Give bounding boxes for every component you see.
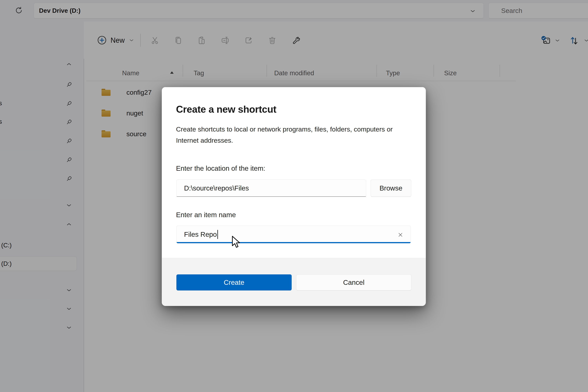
browse-button[interactable]: Browse [371,180,411,197]
cancel-button[interactable]: Cancel [296,274,412,290]
location-input[interactable]: D:\source\repos\Files [176,180,366,197]
create-shortcut-dialog: Create a new shortcut Create shortcuts t… [162,87,426,306]
browse-button-label: Browse [380,184,402,192]
dialog-description: Create shortcuts to local or network pro… [176,124,408,146]
location-value: D:\source\repos\Files [184,184,249,192]
input-underline [176,196,366,197]
clear-x-icon [397,232,404,238]
text-caret [217,230,218,239]
create-button-label: Create [224,278,244,286]
focus-accent-underline [176,242,410,243]
item-name-label: Enter an item name [176,211,236,219]
item-name-input[interactable]: Files Repo [176,226,411,243]
cancel-button-label: Cancel [343,278,364,286]
item-name-value: Files Repo [184,230,217,238]
create-button[interactable]: Create [176,274,292,290]
dialog-title: Create a new shortcut [176,104,276,115]
files-app-window: { "topbar": { "address": "Dev Drive (D:)… [0,0,588,392]
mouse-cursor [232,236,241,250]
clear-text-button[interactable] [396,231,405,239]
location-label: Enter the location of the item: [176,164,265,172]
